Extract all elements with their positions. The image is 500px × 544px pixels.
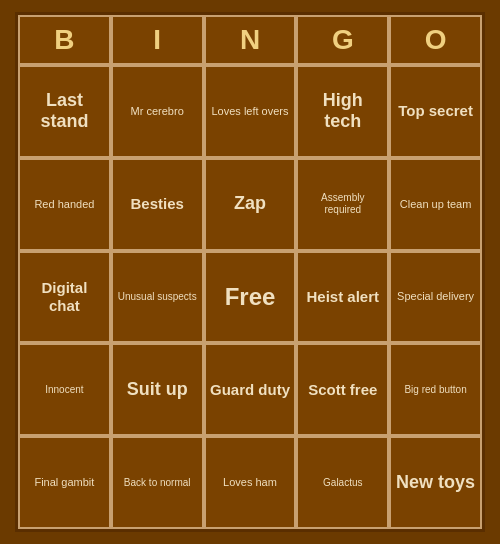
cell-text-0-2: Loves left overs [210,105,291,118]
cell-text-3-4: Big red button [395,384,476,396]
header-cell-O: O [389,15,482,65]
bingo-cell-1-0[interactable]: Red handed [18,158,111,251]
cell-text-2-0: Digital chat [24,279,105,315]
cell-text-1-3: Assembly required [302,192,383,216]
cell-text-2-3: Heist alert [302,288,383,306]
cell-text-3-1: Suit up [117,379,198,401]
bingo-cell-2-2[interactable]: Free [204,251,297,344]
bingo-cell-4-2[interactable]: Loves ham [204,436,297,529]
cell-text-1-2: Zap [210,193,291,215]
header-cell-G: G [296,15,389,65]
cell-text-3-0: Innocent [24,384,105,396]
bingo-cell-3-1[interactable]: Suit up [111,343,204,436]
cell-text-2-4: Special delivery [395,290,476,303]
cell-text-0-3: High tech [302,90,383,133]
cell-text-4-3: Galactus [302,477,383,489]
bingo-row-4: Final gambitBack to normalLoves hamGalac… [18,436,482,529]
bingo-header: BINGO [18,15,482,65]
bingo-row-3: InnocentSuit upGuard dutyScott freeBig r… [18,343,482,436]
bingo-cell-1-4[interactable]: Clean up team [389,158,482,251]
bingo-cell-3-2[interactable]: Guard duty [204,343,297,436]
bingo-cell-1-2[interactable]: Zap [204,158,297,251]
bingo-cell-2-3[interactable]: Heist alert [296,251,389,344]
cell-text-1-0: Red handed [24,198,105,211]
cell-text-3-2: Guard duty [210,381,291,399]
bingo-cell-0-2[interactable]: Loves left overs [204,65,297,158]
cell-text-0-4: Top secret [395,102,476,120]
bingo-cell-3-3[interactable]: Scott free [296,343,389,436]
cell-text-4-2: Loves ham [210,476,291,489]
bingo-card: BINGO Last standMr cerebroLoves left ove… [15,12,485,532]
bingo-cell-4-3[interactable]: Galactus [296,436,389,529]
bingo-row-0: Last standMr cerebroLoves left oversHigh… [18,65,482,158]
bingo-cell-4-0[interactable]: Final gambit [18,436,111,529]
bingo-cell-0-0[interactable]: Last stand [18,65,111,158]
bingo-cell-1-1[interactable]: Besties [111,158,204,251]
bingo-grid: Last standMr cerebroLoves left oversHigh… [18,65,482,529]
bingo-cell-0-4[interactable]: Top secret [389,65,482,158]
bingo-cell-2-1[interactable]: Unusual suspects [111,251,204,344]
cell-text-2-1: Unusual suspects [117,291,198,303]
header-cell-N: N [204,15,297,65]
bingo-cell-3-0[interactable]: Innocent [18,343,111,436]
header-cell-I: I [111,15,204,65]
cell-text-4-0: Final gambit [24,476,105,489]
bingo-cell-4-1[interactable]: Back to normal [111,436,204,529]
bingo-cell-2-0[interactable]: Digital chat [18,251,111,344]
cell-text-2-2: Free [210,283,291,312]
bingo-row-1: Red handedBestiesZapAssembly requiredCle… [18,158,482,251]
cell-text-3-3: Scott free [302,381,383,399]
bingo-cell-2-4[interactable]: Special delivery [389,251,482,344]
bingo-cell-0-3[interactable]: High tech [296,65,389,158]
cell-text-4-4: New toys [395,472,476,494]
bingo-cell-3-4[interactable]: Big red button [389,343,482,436]
cell-text-4-1: Back to normal [117,477,198,489]
cell-text-0-1: Mr cerebro [117,105,198,118]
bingo-row-2: Digital chatUnusual suspectsFreeHeist al… [18,251,482,344]
bingo-cell-4-4[interactable]: New toys [389,436,482,529]
header-cell-B: B [18,15,111,65]
bingo-cell-1-3[interactable]: Assembly required [296,158,389,251]
cell-text-0-0: Last stand [24,90,105,133]
cell-text-1-1: Besties [117,195,198,213]
bingo-cell-0-1[interactable]: Mr cerebro [111,65,204,158]
cell-text-1-4: Clean up team [395,198,476,211]
